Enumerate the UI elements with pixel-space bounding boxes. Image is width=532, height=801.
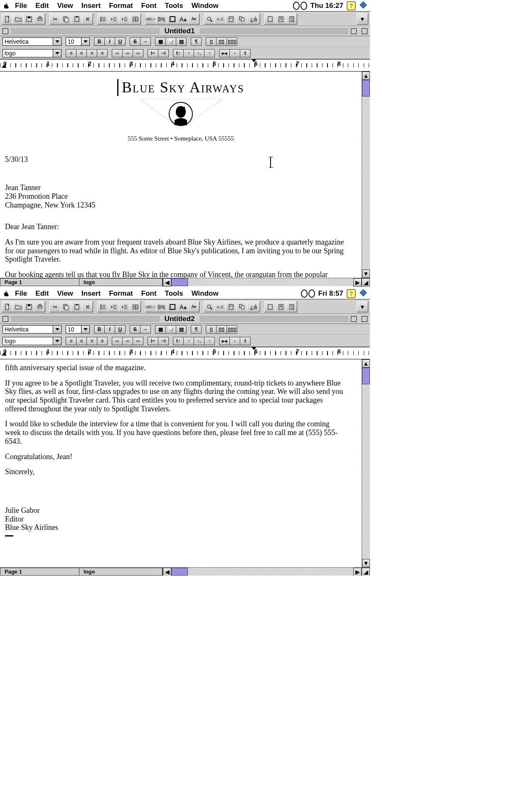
menu-file[interactable]: File xyxy=(12,0,30,11)
left-indent-marker[interactable] xyxy=(2,64,7,68)
font-up-button[interactable]: A▴ xyxy=(177,13,189,25)
word-underline-button[interactable]: Bbb xyxy=(156,13,167,25)
chevron-down-icon[interactable] xyxy=(53,38,61,45)
spacing-3-button[interactable]: ═ xyxy=(133,337,143,345)
paste-button[interactable] xyxy=(71,13,82,25)
font-down-button[interactable]: A▾ xyxy=(188,301,200,312)
horizontal-scrollbar[interactable]: Page 1 logo ◀ ▶ ◢ xyxy=(0,567,370,576)
spacing-2-button[interactable]: ═ xyxy=(122,337,133,345)
page-indicator[interactable]: Page 1 xyxy=(0,279,79,286)
vertical-scrollbar[interactable]: ▲ ▼ xyxy=(362,72,370,278)
scroll-left-button[interactable]: ◀ xyxy=(163,278,171,287)
page-button[interactable]: ▤ xyxy=(176,325,187,334)
menu-window[interactable]: Window xyxy=(188,0,222,11)
font-up-button[interactable]: A▴ xyxy=(177,301,189,312)
align-justify-button[interactable]: ≡ xyxy=(97,49,108,57)
chevron-down-icon[interactable] xyxy=(53,49,61,57)
new-doc-button[interactable] xyxy=(2,13,13,25)
menu-format[interactable]: Format xyxy=(106,288,136,299)
cut-button[interactable]: ✂ xyxy=(49,301,61,312)
help-icon[interactable]: ? xyxy=(347,1,356,10)
tab-flush-button[interactable]: ⊢ xyxy=(148,49,158,57)
keep-right-button[interactable]: t xyxy=(240,49,251,57)
view-normal-button[interactable] xyxy=(264,13,276,25)
font-down-button[interactable]: A▾ xyxy=(188,13,200,25)
page-indicator[interactable]: Page 1 xyxy=(0,568,79,575)
condense-button[interactable]: ↔ xyxy=(140,37,151,46)
menu-tools[interactable]: Tools xyxy=(162,0,187,11)
menu-insert[interactable]: Insert xyxy=(78,0,104,11)
columns-2-button[interactable]: ▯▯ xyxy=(216,325,227,334)
font-name-input[interactable] xyxy=(3,38,53,45)
open-button[interactable] xyxy=(12,13,24,25)
italic-button[interactable]: I xyxy=(104,37,115,46)
style-combo[interactable] xyxy=(2,49,62,57)
scroll-up-button[interactable]: ▲ xyxy=(362,72,370,80)
resize-handle[interactable]: ◢ xyxy=(362,568,370,576)
border-button[interactable] xyxy=(167,301,178,312)
print-button[interactable] xyxy=(34,301,45,312)
special-char-button[interactable]: ¿á xyxy=(247,301,260,312)
clock[interactable]: Fri 8:57 xyxy=(318,289,343,298)
font-name-input[interactable] xyxy=(3,326,53,333)
font-name-combo[interactable] xyxy=(2,325,62,334)
columns-1-button[interactable]: ▯ xyxy=(206,325,217,334)
find-button[interactable] xyxy=(204,301,215,312)
app-switcher-icon[interactable] xyxy=(359,289,367,298)
columns-3-button[interactable]: ▯▯▯ xyxy=(227,325,237,334)
style-input[interactable] xyxy=(3,337,53,345)
insert-object-button[interactable]: ▦ xyxy=(155,37,166,46)
tab-indent-button[interactable]: ⊣ xyxy=(158,337,169,345)
menu-edit[interactable]: Edit xyxy=(32,288,52,299)
save-button[interactable] xyxy=(23,301,34,312)
columns-1-button[interactable]: ▯ xyxy=(206,37,217,46)
menu-edit[interactable]: Edit xyxy=(32,0,52,11)
align-left-button[interactable]: ≡ xyxy=(66,49,76,57)
collapse-window-button[interactable] xyxy=(362,316,367,322)
eyes-icon[interactable] xyxy=(301,289,315,298)
menu-view[interactable]: View xyxy=(54,288,76,299)
calc-button[interactable] xyxy=(225,13,236,25)
zoom-window-button[interactable] xyxy=(351,28,357,34)
italic-button[interactable]: I xyxy=(104,325,115,334)
help-icon[interactable]: ? xyxy=(347,289,356,298)
menu-file[interactable]: File xyxy=(12,288,30,299)
bold-button[interactable]: B xyxy=(94,325,105,334)
outdent-button[interactable] xyxy=(108,13,119,25)
tab-center-button[interactable]: ↑ xyxy=(183,337,194,345)
indent-button[interactable] xyxy=(119,301,130,312)
open-button[interactable] xyxy=(12,301,24,312)
spacing-2-button[interactable]: ═ xyxy=(122,49,133,57)
strike-button[interactable]: S xyxy=(130,37,140,46)
chevron-down-icon[interactable] xyxy=(81,326,89,333)
menu-format[interactable]: Format xyxy=(106,0,136,11)
menu-font[interactable]: Font xyxy=(138,0,160,11)
scroll-thumb[interactable] xyxy=(362,80,370,96)
tab-right-button[interactable]: ↑. xyxy=(194,337,204,345)
close-window-button[interactable] xyxy=(2,316,8,322)
spacing-3-button[interactable]: ═ xyxy=(133,49,143,57)
style-indicator[interactable]: logo xyxy=(79,279,163,286)
toolbar-menu-button[interactable]: ▼ xyxy=(357,301,368,312)
keep-left-button[interactable]: ▸◂ xyxy=(219,337,230,345)
sort-button[interactable]: A↓Z xyxy=(214,13,226,25)
scroll-right-button[interactable]: ▶ xyxy=(353,568,362,576)
cut-button[interactable]: ✂ xyxy=(49,13,61,25)
zoom-window-button[interactable] xyxy=(351,316,357,322)
scroll-down-button[interactable]: ▼ xyxy=(362,269,370,278)
scroll-thumb[interactable] xyxy=(362,368,370,384)
chart-button[interactable]: 📊 xyxy=(165,325,176,334)
show-invisibles-button[interactable]: ¶ xyxy=(191,37,202,46)
right-indent-marker[interactable] xyxy=(251,59,256,62)
document-content[interactable]: fifth anniversary special issue of the m… xyxy=(0,359,362,567)
indent-button[interactable] xyxy=(119,13,130,25)
find-button[interactable] xyxy=(204,13,215,25)
clock[interactable]: Thu 16:27 xyxy=(310,2,343,10)
right-indent-marker[interactable] xyxy=(251,347,256,350)
toolbar-menu-button[interactable]: ▼ xyxy=(357,13,368,25)
outdent-button[interactable] xyxy=(108,301,119,312)
font-size-input[interactable] xyxy=(66,326,81,333)
columns-3-button[interactable]: ▯▯▯ xyxy=(227,37,237,46)
view-outline-button[interactable] xyxy=(286,301,297,312)
keep-center-button[interactable]: ▫ xyxy=(229,49,240,57)
